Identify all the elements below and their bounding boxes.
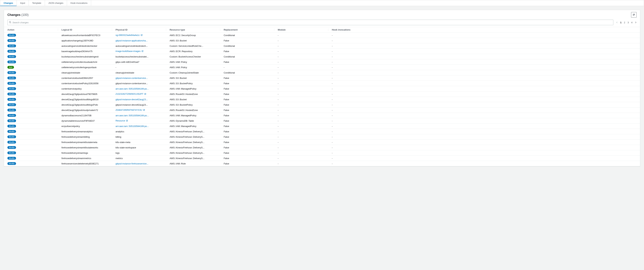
pagination-page-4[interactable]: 4 xyxy=(631,21,632,24)
cell-hook-invocations: - xyxy=(328,140,640,145)
tab-hook-invocations[interactable]: Hook invocations xyxy=(67,0,91,6)
table-row: ModifycontentservicebucketPolicy32619356… xyxy=(4,81,640,86)
col-header-resource-type[interactable]: Resource type xyxy=(166,27,220,33)
cell-module: - xyxy=(274,81,328,86)
table-row: ModifyfirehosedeliverystreamlogslogsAWS:… xyxy=(4,150,640,156)
tab-json-changes[interactable]: JSON changes xyxy=(45,0,67,6)
modify-badge: Modify xyxy=(8,45,16,47)
pagination-page-1[interactable]: 1 xyxy=(620,21,622,24)
cell-module: - xyxy=(274,91,328,97)
chevron-left-icon xyxy=(616,21,618,24)
cell-module: - xyxy=(274,150,328,156)
physical-id-link[interactable]: Resource xyxy=(116,119,128,122)
cell-module: - xyxy=(274,75,328,81)
col-header-action[interactable]: Action xyxy=(4,27,58,33)
cell-hook-invocations: - xyxy=(328,33,640,38)
cell-hook-invocations: - xyxy=(328,134,640,140)
cell-logical-id: firehoseserviceroletelemetryB30E271 xyxy=(58,161,112,166)
physical-id-link[interactable]: gitpod-instance-firehoseservice... xyxy=(116,162,148,165)
cell-hook-invocations: - xyxy=(328,54,640,59)
cell-logical-id: autoscalingservicelinkedrolechecker xyxy=(58,43,112,49)
modify-badge: Modify xyxy=(8,98,16,101)
cell-physical-id: metrics xyxy=(112,156,166,161)
physical-id-link[interactable]: Z1023282TZ9WWX1X62PT xyxy=(116,93,146,95)
cell-action: Modify xyxy=(4,156,58,161)
physical-id-link[interactable]: arn:aws:iam::505100584189:po... xyxy=(116,125,149,127)
physical-id-link[interactable]: sg-0993323a4e84a4a1c xyxy=(116,34,142,36)
cell-resource-type: Custom::CleanupJoinedState xyxy=(166,70,220,75)
cell-physical-id: cleanupjoinedstate xyxy=(112,70,166,75)
cell-resource-type: AWS::KinesisFirehose::DeliveryS... xyxy=(166,134,220,140)
cell-resource-type: Custom::ServiceLinkedRoleChe... xyxy=(166,43,220,49)
cell-physical-id: Z04847285R87N974YX3U xyxy=(112,107,166,113)
panel-count: (100) xyxy=(21,13,28,17)
physical-id-link[interactable]: gitpod-instance-contentservice... xyxy=(116,77,148,79)
pagination-prev[interactable] xyxy=(616,21,618,24)
cell-module: - xyxy=(274,49,328,54)
cell-logical-id: dynamodbaccessrw2116470B xyxy=(58,113,112,118)
col-header-hook-invocations[interactable]: Hook invocations xyxy=(328,27,640,33)
search-input[interactable] xyxy=(12,21,612,24)
physical-id-link[interactable]: arn:aws:iam::505100584189:po... xyxy=(116,114,149,117)
modify-badge: Modify xyxy=(8,162,16,165)
changes-table: Action Logical ID Physical ID Resource t… xyxy=(4,27,640,166)
cell-resource-type: AWS::IAM::Policy xyxy=(166,65,220,70)
table-row: Modifydevcell2aug23gitpodcloudprivateA72… xyxy=(4,107,640,113)
cell-hook-invocations: - xyxy=(328,113,640,118)
modify-badge: Modify xyxy=(8,34,16,37)
external-link-icon xyxy=(141,34,142,37)
cell-resource-type: AWS::IAM::ManagedPolicy xyxy=(166,123,220,129)
physical-id-link[interactable]: gitpod-instance-applicationcha... xyxy=(116,39,148,42)
table-row: Modifyapplicationchangelog13EFA38Dgitpod… xyxy=(4,38,640,43)
changes-panel: Changes (100) 1234 xyxy=(4,10,640,167)
tab-template[interactable]: Template xyxy=(29,0,45,6)
pagination: 1234 xyxy=(616,21,636,24)
pagination-page-3[interactable]: 3 xyxy=(628,21,629,24)
col-header-physical-id[interactable]: Physical ID xyxy=(112,27,166,33)
cell-logical-id: firehosedeliverystreambilling xyxy=(58,134,112,140)
col-header-replacement[interactable]: Replacement xyxy=(220,27,274,33)
physical-id-link[interactable]: arn:aws:iam::505100584189:po... xyxy=(116,87,149,90)
cell-logical-id: firehosedeliverystreamanalytics xyxy=(58,129,112,134)
cell-module: - xyxy=(274,33,328,38)
cell-logical-id: celltelemetrycontrollercloudwatchA4 xyxy=(58,59,112,65)
cell-action: Modify xyxy=(4,75,58,81)
cell-physical-id: Z1023282TZ9WWX1X62PT xyxy=(112,91,166,97)
cell-replacement: Conditional xyxy=(220,43,274,49)
table-row: Modifydynamodbaccessrw2116470Barn:aws:ia… xyxy=(4,113,640,118)
cell-logical-id: celltelemetrycontrollerlogexporttask xyxy=(58,65,112,70)
cell-action: Modify xyxy=(4,70,58,75)
modify-badge: Modify xyxy=(8,119,16,122)
cell-hook-invocations: - xyxy=(328,102,640,107)
physical-id-link[interactable]: gitpod-instance-devcell2aug23... xyxy=(116,98,148,101)
col-header-logical-id[interactable]: Logical ID xyxy=(58,27,112,33)
cell-resource-type: AWS::S3::BucketPolicy xyxy=(166,81,220,86)
external-link-icon xyxy=(126,119,128,122)
cell-hook-invocations: - xyxy=(328,59,640,65)
cell-resource-type: AWS::S3::Bucket xyxy=(166,75,220,81)
physical-id-link[interactable]: image-build/base-images xyxy=(116,50,144,52)
physical-id-link[interactable]: Z04847285R87N974YX3U xyxy=(116,109,145,111)
table-row: ModifydynamotableresourcesF8FA6E47Resour… xyxy=(4,118,640,123)
cell-action: Modify xyxy=(4,91,58,97)
pagination-page-2[interactable]: 2 xyxy=(624,21,625,24)
modify-badge: Modify xyxy=(8,39,16,42)
cell-replacement: False xyxy=(220,123,274,129)
cell-resource-type: AWS::DynamoDB::Table xyxy=(166,118,220,123)
cell-physical-id: gitpod-instance-applicationcha... xyxy=(112,38,166,43)
refresh-button[interactable] xyxy=(631,12,636,18)
tab-changes[interactable]: Changes xyxy=(0,0,17,6)
pagination-next[interactable] xyxy=(635,21,636,24)
cell-logical-id: firehosedeliverystreamk8sstatemeta xyxy=(58,140,112,145)
cell-hook-invocations: - xyxy=(328,70,640,75)
tab-input[interactable]: Input xyxy=(17,0,29,6)
modify-badge: Modify xyxy=(8,55,16,58)
search-box[interactable] xyxy=(8,20,613,25)
add-badge: Add xyxy=(8,66,14,69)
cell-resource-type: AWS::ECR::Repository xyxy=(166,49,220,54)
cell-physical-id: image-build/base-images xyxy=(112,49,166,54)
external-link-icon xyxy=(142,50,144,53)
cell-action: Modify xyxy=(4,49,58,54)
modify-badge: Modify xyxy=(8,141,16,144)
col-header-module[interactable]: Module xyxy=(274,27,328,33)
